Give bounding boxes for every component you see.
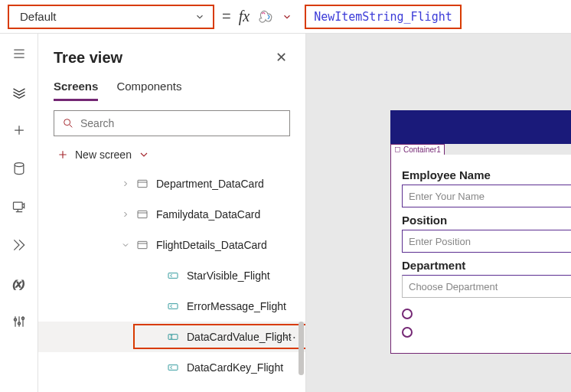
- card-icon: [136, 239, 148, 251]
- field-label-position: Position: [402, 214, 571, 227]
- equals-sign: =: [222, 8, 231, 25]
- tree-node-label: Department_DataCard: [156, 178, 264, 190]
- new-screen-label: New screen: [75, 149, 132, 161]
- input-position[interactable]: Enter Position: [402, 230, 571, 253]
- close-icon[interactable]: ✕: [272, 46, 290, 69]
- svg-rect-9: [138, 241, 147, 248]
- svg-rect-14: [396, 148, 400, 152]
- chevron-down-icon: [138, 149, 150, 161]
- input-department[interactable]: Choose Department: [402, 275, 571, 298]
- form-container[interactable]: Employee Name Enter Your Name Position E…: [390, 155, 571, 354]
- search-field[interactable]: [80, 117, 282, 129]
- label-icon: [167, 300, 179, 312]
- chevron-down-icon[interactable]: [282, 11, 292, 22]
- plus-icon: [57, 149, 69, 161]
- svg-rect-11: [168, 304, 178, 309]
- input-employee-name[interactable]: Enter Your Name: [402, 185, 571, 207]
- chevron-down-icon: [121, 240, 130, 250]
- tree-node-label: ErrorMessage_Flight: [187, 300, 286, 312]
- container-selection-label[interactable]: Container1: [390, 144, 445, 155]
- radio-option[interactable]: [402, 327, 413, 338]
- fx-label: fx: [239, 8, 250, 25]
- tree-node-starvisible[interactable]: StarVisible_Flight: [38, 260, 305, 291]
- svg-rect-13: [168, 365, 178, 371]
- property-dropdown-label: Default: [20, 10, 57, 23]
- tree-node-label: DataCardKey_Flight: [187, 361, 283, 374]
- container-label-text: Container1: [403, 145, 441, 154]
- svg-point-0: [15, 163, 24, 167]
- chevron-right-icon: [121, 179, 130, 188]
- field-label-employee: Employee Name: [402, 168, 571, 181]
- tab-screens[interactable]: Screens: [54, 80, 98, 101]
- tree-view-panel: Tree view ✕ Screens Components New scree…: [38, 34, 306, 392]
- radio-option[interactable]: [402, 309, 413, 319]
- tree-node-label: Familydata_DataCard: [156, 208, 260, 220]
- tree-node-label: DataCardValue_Flight: [187, 331, 292, 343]
- textinput-icon: [167, 331, 179, 343]
- new-screen-button[interactable]: New screen: [38, 144, 305, 168]
- scrollbar[interactable]: [299, 322, 304, 375]
- rail-tools[interactable]: [10, 312, 28, 331]
- copilot-icon[interactable]: [257, 8, 274, 25]
- formula-text: NewItemString_Flight: [314, 10, 452, 24]
- tree-view-title: Tree view: [54, 49, 122, 67]
- tree-node-label: StarVisible_Flight: [187, 270, 270, 282]
- tab-components[interactable]: Components: [116, 80, 181, 101]
- rail-media[interactable]: [10, 198, 28, 216]
- rail-variables[interactable]: (x): [10, 274, 28, 292]
- rail-hamburger[interactable]: [10, 44, 28, 63]
- search-icon: [62, 117, 74, 129]
- tree-node-department-datacard[interactable]: Department_DataCard: [38, 168, 305, 199]
- tree-node-label: FlightDetails_DataCard: [156, 239, 267, 251]
- rail-tree-view[interactable]: [10, 83, 28, 101]
- field-label-department: Department: [402, 259, 571, 272]
- chevron-down-icon: [194, 11, 205, 22]
- svg-text:(x): (x): [12, 278, 24, 289]
- tree-node-datacardkey[interactable]: DataCardKey_Flight: [38, 352, 305, 383]
- label-icon: [167, 270, 179, 282]
- svg-point-6: [64, 119, 70, 126]
- label-icon: [167, 361, 179, 374]
- tree-node-errormessage[interactable]: ErrorMessage_Flight: [38, 291, 305, 322]
- svg-rect-10: [168, 273, 178, 279]
- card-icon: [136, 178, 148, 190]
- canvas[interactable]: Container1 Employee Name Enter Your Name…: [306, 34, 571, 392]
- radio-group[interactable]: [402, 309, 571, 338]
- rail-power-automate[interactable]: [10, 236, 28, 254]
- more-icon[interactable]: ⋯: [284, 330, 298, 345]
- formula-input[interactable]: NewItemString_Flight: [305, 5, 462, 29]
- svg-rect-7: [138, 180, 147, 187]
- rail-data[interactable]: [10, 159, 28, 178]
- search-input[interactable]: [54, 110, 290, 136]
- tree-node-familydata-datacard[interactable]: Familydata_DataCard: [38, 199, 305, 230]
- app-header-bar: [390, 110, 571, 144]
- container-icon: [394, 146, 401, 153]
- svg-rect-8: [138, 211, 147, 217]
- svg-rect-1: [13, 202, 22, 209]
- tree-list: Department_DataCard Familydata_DataCard …: [38, 168, 305, 392]
- card-icon: [136, 208, 148, 220]
- property-dropdown[interactable]: Default: [8, 5, 214, 29]
- svg-rect-12: [168, 335, 178, 340]
- tree-node-flightdetails-datacard[interactable]: FlightDetails_DataCard: [38, 230, 305, 260]
- left-rail: (x): [0, 34, 38, 392]
- rail-insert[interactable]: [10, 121, 28, 139]
- chevron-right-icon: [121, 210, 130, 219]
- tree-node-datacardvalue[interactable]: DataCardValue_Flight ⋯: [38, 322, 305, 352]
